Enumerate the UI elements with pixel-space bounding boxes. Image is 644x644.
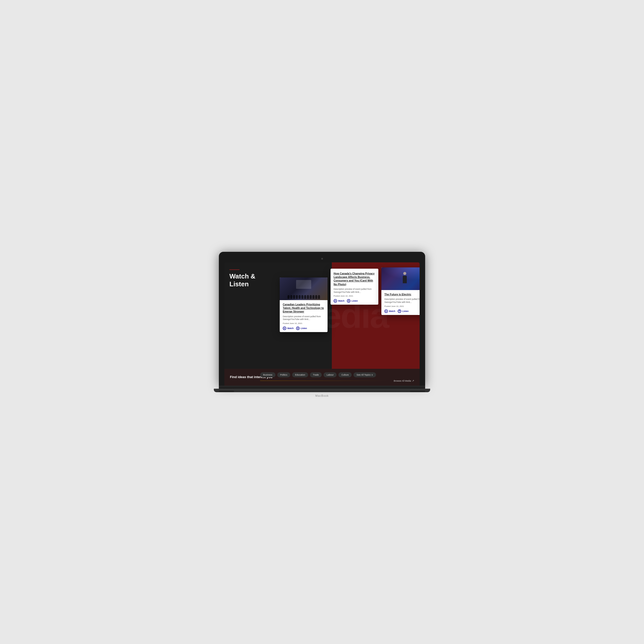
watch-label: Watch [338,300,344,302]
play-icon [334,299,337,303]
play-triangle [335,300,336,302]
chip-culture[interactable]: Culture [338,372,352,377]
card-canadian-leaders: Canadian Leaders Prioritizing Talent, He… [280,277,328,332]
card-1-watch-button[interactable]: Watch [283,327,294,330]
podcast-icon: 🎙 [347,299,350,303]
audience-image [280,277,328,300]
card-1-actions: Watch 🎙 Listen [283,327,325,330]
chip-trade[interactable]: Trade [310,372,322,377]
browse-row: Browse All Media ↗ [260,379,414,382]
topics-right: Business Politics Education Trade Labour… [260,372,414,382]
card-1-desc: Description preview of event pulled from… [283,315,325,321]
see-all-topics-button[interactable]: See All Topics ∨ [353,372,376,377]
screen-content: Media Watch &Listen [224,262,420,386]
card-3-body: The Future is Electric Description previ… [381,290,420,315]
topics-bar: Find ideas that interest you Business Po… [224,369,420,386]
podcast-icon: 🎙 [398,309,401,313]
play-icon [283,327,286,330]
speaker-image [381,267,420,290]
left-panel: Watch &Listen [224,262,280,369]
card-2-body: How Canada's Changing Privacy Landscape … [331,269,378,305]
card-3-watch-button[interactable]: Watch [384,309,395,313]
screen-inner: Media Watch &Listen [224,262,420,386]
speaker-body [403,276,407,283]
listen-label: Listen [301,327,307,330]
macbook-wrapper: Media Watch &Listen [219,252,425,392]
card-1-title[interactable]: Canadian Leaders Prioritizing Talent, He… [283,303,325,313]
card-2-title[interactable]: How Canada's Changing Privacy Landscape … [334,272,375,286]
browse-arrow-icon: ↗ [412,379,414,382]
card-1-body: Canadian Leaders Prioritizing Talent, He… [280,300,328,332]
chip-labour[interactable]: Labour [324,372,337,377]
listen-label: Listen [351,300,358,302]
topic-chips: Business Politics Education Trade Labour… [260,372,414,377]
play-icon [384,309,388,313]
card-future-electric: The Future is Electric Description previ… [381,267,420,315]
play-triangle [386,310,387,312]
card-3-image [381,267,420,290]
card-2-listen-button[interactable]: 🎙 Listen [347,299,358,303]
card-2-date: Posted June 10, 2021 [334,295,375,297]
listen-label: Listen [402,310,409,312]
card-2-actions: Watch 🎙 Listen [334,299,375,303]
card-1-date: Posted June 10, 2021 [283,322,325,325]
section-title: Watch &Listen [229,272,275,288]
card-privacy-landscape: How Canada's Changing Privacy Landscape … [331,269,378,305]
macbook-screen-outer: Media Watch &Listen [219,252,425,386]
card-3-title[interactable]: The Future is Electric [384,293,420,296]
speaker-figure [402,272,407,286]
watch-label: Watch [287,327,294,330]
camera-bar [224,256,420,261]
speaker-head [403,272,406,275]
card-3-date: Posted June 10, 2021 [384,305,420,307]
card-1-image [280,277,328,300]
macbook-base: MacBook [219,386,425,392]
silhouettes [288,295,320,300]
chip-business[interactable]: Business [260,372,275,377]
card-2-desc: Description preview of event pulled from… [334,288,375,294]
section-line [229,269,239,270]
watch-listen-section: Media Watch &Listen [224,262,420,369]
camera [321,258,323,260]
browse-all-media-label: Browse All Media [394,380,411,382]
card-3-listen-button[interactable]: 🎙 Listen [398,309,409,313]
macbook-bottom [214,389,430,392]
play-triangle [284,328,285,329]
macbook-foot-right [410,391,425,392]
browse-all-media-link[interactable]: Browse All Media ↗ [394,379,414,382]
card-2-watch-button[interactable]: Watch [334,299,344,303]
macbook-hinge [219,386,425,389]
chip-education[interactable]: Education [292,372,308,377]
podcast-icon: 🎙 [296,327,300,330]
macbook-label: MacBook [315,394,329,397]
spotlight [381,267,420,280]
browse-line [260,381,391,381]
cards-area: Canadian Leaders Prioritizing Talent, He… [280,262,420,369]
watch-label: Watch [389,310,395,312]
card-3-desc: Description preview of event pulled from… [384,298,420,304]
chip-politics[interactable]: Politics [277,372,291,377]
card-1-listen-button[interactable]: 🎙 Listen [296,327,307,330]
find-ideas-text: Find ideas that interest you [230,375,255,379]
card-3-actions: Watch 🎙 Listen [384,309,420,313]
macbook-foot-left [219,391,234,392]
